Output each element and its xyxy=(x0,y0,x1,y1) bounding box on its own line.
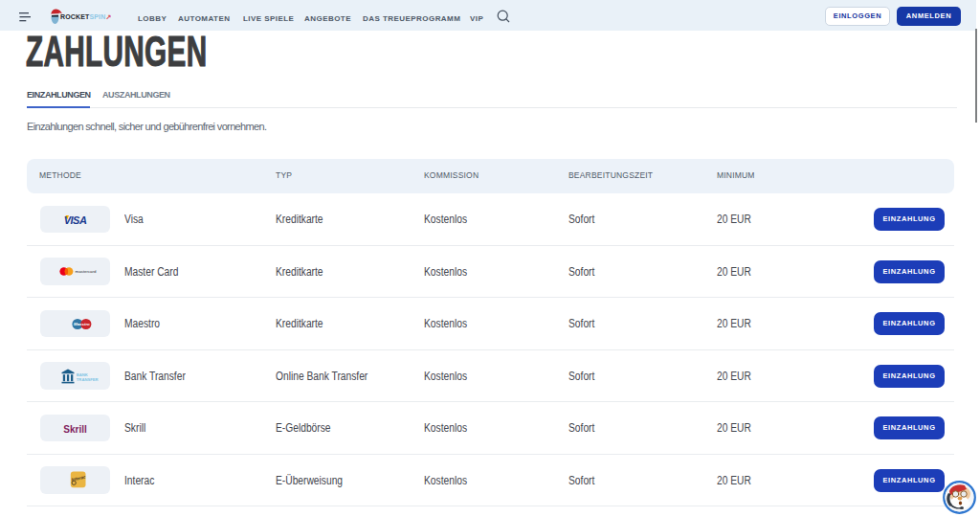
svg-text:TRANSFER: TRANSFER xyxy=(77,377,99,382)
svg-text:Skrill: Skrill xyxy=(63,423,87,434)
svg-text:Maestro: Maestro xyxy=(74,322,90,326)
svg-text:mastercard: mastercard xyxy=(76,269,98,274)
svg-text:VISA: VISA xyxy=(64,214,87,226)
